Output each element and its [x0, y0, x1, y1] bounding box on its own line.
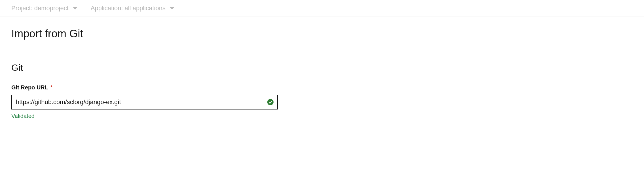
git-repo-url-label: Git Repo URL *: [11, 84, 278, 91]
git-repo-url-status-text: Validated: [11, 113, 278, 119]
required-asterisk-icon: *: [50, 85, 52, 91]
application-selector[interactable]: Application: all applications: [91, 5, 174, 12]
caret-down-icon: [170, 7, 174, 10]
project-selector-label: Project: demoproject: [11, 5, 69, 12]
section-title-git: Git: [11, 63, 633, 73]
git-repo-url-input[interactable]: [11, 95, 278, 109]
caret-down-icon: [73, 7, 77, 10]
form-group-git-repo-url: Git Repo URL * Validated: [11, 84, 278, 119]
topbar: Project: demoproject Application: all ap…: [0, 0, 644, 16]
project-selector[interactable]: Project: demoproject: [11, 5, 77, 12]
git-repo-url-label-text: Git Repo URL: [11, 84, 48, 91]
page-title: Import from Git: [11, 28, 633, 40]
application-selector-label: Application: all applications: [91, 5, 166, 12]
check-circle-icon: [267, 99, 274, 106]
svg-point-0: [267, 99, 274, 105]
git-repo-url-input-wrapper: [11, 95, 278, 109]
content-area: Import from Git Git Git Repo URL * Valid…: [0, 16, 644, 119]
